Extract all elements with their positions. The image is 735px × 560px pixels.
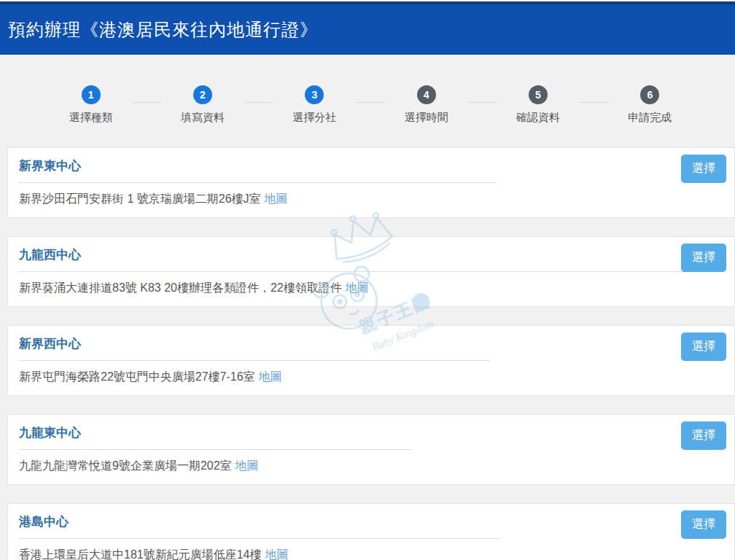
- step-number-badge: 5: [529, 85, 548, 104]
- center-card-nt-west: 新界西中心 新界屯門海榮路22號屯門中央廣場27樓7-16室地圖 選擇: [7, 325, 735, 396]
- center-name: 港島中心: [8, 504, 734, 538]
- select-button[interactable]: 選擇: [681, 510, 726, 539]
- center-address: 香港上環皇后大道中181號新紀元廣場低座14樓地圖: [8, 539, 734, 560]
- center-address: 新界屯門海榮路22號屯門中央廣場27樓7-16室地圖: [8, 361, 734, 395]
- center-name: 九龍西中心: [8, 237, 734, 271]
- stepper-step-4: 4 選擇時間: [370, 85, 482, 125]
- address-text: 新界葵涌大連排道83號 K83 20樓辦理各類證件，22樓領取證件: [19, 281, 342, 294]
- center-name: 新界東中心: [8, 148, 734, 182]
- progress-stepper: 1 選擇種類 2 填寫資料 3 選擇分社 4 選擇時間 5 確認資料 6 申請完…: [35, 85, 706, 125]
- select-button[interactable]: 選擇: [681, 155, 726, 183]
- step-number-badge: 3: [305, 85, 324, 104]
- step-number-badge: 1: [82, 85, 101, 104]
- step-number-badge: 4: [417, 85, 436, 104]
- step-number-badge: 6: [640, 85, 659, 104]
- center-address: 新界葵涌大連排道83號 K83 20樓辦理各類證件，22樓領取證件地圖: [8, 272, 734, 306]
- stepper-step-2: 2 填寫資料: [147, 85, 258, 125]
- page-header: 預約辦理《港澳居民來往內地通行證》: [0, 4, 735, 55]
- center-card-hk-island: 港島中心 香港上環皇后大道中181號新紀元廣場低座14樓地圖 選擇: [7, 503, 735, 560]
- address-text: 香港上環皇后大道中181號新紀元廣場低座14樓: [19, 548, 262, 560]
- step-label: 填寫資料: [147, 111, 258, 125]
- center-name: 新界西中心: [8, 326, 734, 360]
- center-name: 九龍東中心: [8, 415, 734, 449]
- center-card-kln-east: 九龍東中心 九龍九龍灣常悅道9號企業廣場一期202室地圖 選擇: [7, 414, 735, 485]
- page-title: 預約辦理《港澳居民來往內地通行證》: [8, 18, 318, 42]
- address-text: 新界沙田石門安群街 1 號京瑞廣場二期26樓J室: [19, 192, 261, 205]
- select-button[interactable]: 選擇: [681, 421, 726, 450]
- step-label: 申請完成: [594, 111, 706, 125]
- map-link[interactable]: 地圖: [259, 370, 282, 383]
- stepper-step-1: 1 選擇種類: [35, 85, 147, 125]
- select-button[interactable]: 選擇: [681, 244, 726, 272]
- center-address: 新界沙田石門安群街 1 號京瑞廣場二期26樓J室地圖: [8, 183, 734, 217]
- stepper-step-6: 6 申請完成: [594, 85, 706, 125]
- step-label: 選擇時間: [370, 111, 482, 125]
- center-card-nt-east: 新界東中心 新界沙田石門安群街 1 號京瑞廣場二期26樓J室地圖 選擇: [7, 147, 735, 218]
- center-address: 九龍九龍灣常悅道9號企業廣場一期202室地圖: [8, 450, 734, 484]
- map-link[interactable]: 地圖: [265, 192, 288, 205]
- step-label: 確認資料: [482, 111, 594, 125]
- step-label: 選擇種類: [35, 111, 147, 125]
- stepper-step-5: 5 確認資料: [482, 85, 594, 125]
- map-link[interactable]: 地圖: [236, 459, 259, 472]
- stepper-step-3: 3 選擇分社: [259, 85, 370, 125]
- map-link[interactable]: 地圖: [346, 281, 369, 294]
- map-link[interactable]: 地圖: [265, 548, 289, 560]
- address-text: 新界屯門海榮路22號屯門中央廣場27樓7-16室: [19, 370, 255, 383]
- step-number-badge: 2: [193, 85, 212, 104]
- address-text: 九龍九龍灣常悅道9號企業廣場一期202室: [19, 459, 232, 472]
- center-list: 新界東中心 新界沙田石門安群街 1 號京瑞廣場二期26樓J室地圖 選擇 九龍西中…: [0, 147, 735, 560]
- step-label: 選擇分社: [259, 111, 370, 125]
- center-card-kln-west: 九龍西中心 新界葵涌大連排道83號 K83 20樓辦理各類證件，22樓領取證件地…: [7, 236, 735, 307]
- select-button[interactable]: 選擇: [681, 332, 726, 361]
